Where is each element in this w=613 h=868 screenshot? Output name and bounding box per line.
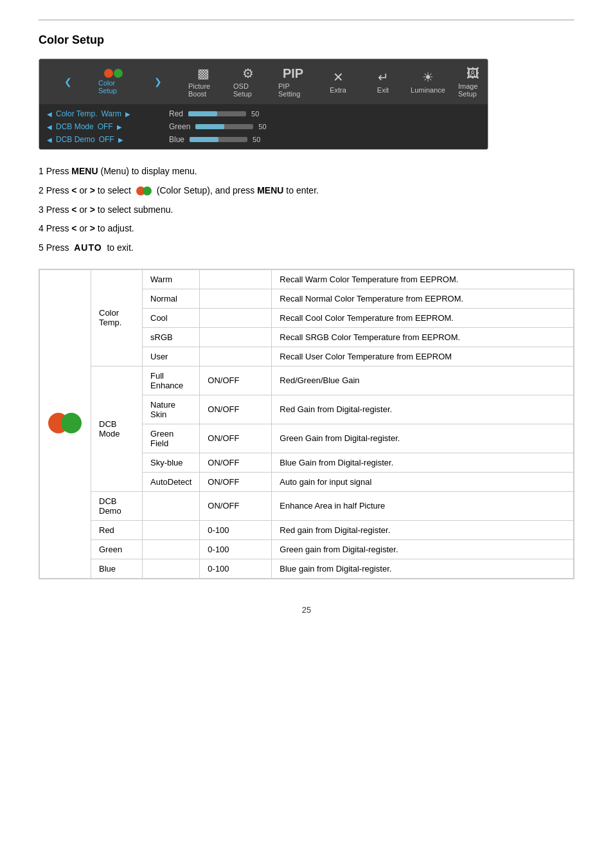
nav-item-image-setup[interactable]: 🖼 Image Setup — [450, 64, 488, 100]
sub-item-warm: Warm — [143, 269, 200, 289]
slider-track-red — [188, 111, 246, 116]
right-arrow-dcb-demo: ▶ — [118, 136, 123, 143]
osd-row-color-temp: ◀ Color Temp. Warm ▶ — [47, 109, 150, 118]
range-nature-skin: ON/OFF — [200, 395, 272, 424]
desc-full-enhance: Red/Green/Blue Gain — [272, 366, 574, 395]
picture-boost-icon: ▩ — [197, 66, 209, 81]
nav-label-exit: Exit — [377, 86, 389, 94]
instruction-2: 2 Press < or > to select (Color Setup), … — [39, 183, 574, 199]
desc-green: Green gain from Digital-register. — [272, 539, 574, 559]
main-table-wrapper: Color Temp. Warm Recall Warm Color Tempe… — [39, 269, 574, 579]
desc-sky-blue: Blue Gain from Digital-register. — [272, 453, 574, 472]
slider-label-red: Red — [169, 109, 183, 118]
range-sky-blue: ON/OFF — [200, 453, 272, 472]
category-dcb-demo: DCB Demo — [91, 491, 143, 520]
less-than-2: < — [71, 185, 76, 195]
slider-fill-blue — [190, 137, 218, 142]
table-icon-cell — [40, 269, 91, 578]
sub-item-red — [143, 520, 200, 539]
main-table: Color Temp. Warm Recall Warm Color Tempe… — [39, 269, 574, 579]
table-row: Red 0-100 Red gain from Digital-register… — [40, 520, 574, 539]
left-arrow-color-temp: ◀ — [47, 111, 52, 118]
color-dot-left — [104, 69, 113, 78]
left-arrow-dcb-demo: ◀ — [47, 136, 52, 143]
sub-item-srgb: sRGB — [143, 327, 200, 347]
sub-item-full-enhance: Full Enhance — [143, 366, 200, 395]
osd-menu: ❮ Color Setup ❯ ▩ Picture Boost ⚙ OSD Se… — [39, 59, 488, 150]
less-than-4: < — [71, 223, 76, 233]
nav-item-luminance[interactable]: ☀ Luminance — [405, 67, 450, 96]
osd-nav-bar: ❮ Color Setup ❯ ▩ Picture Boost ⚙ OSD Se… — [39, 59, 488, 104]
sub-item-nature-skin: Nature Skin — [143, 395, 200, 424]
nav-item-color-setup[interactable]: ❮ — [46, 74, 91, 89]
nav-item-pip-setting[interactable]: PIP PIP Setting — [271, 64, 315, 100]
pip-setting-icon: PIP — [283, 66, 303, 81]
nav-label-extra: Extra — [330, 86, 346, 94]
page-number: 25 — [39, 605, 574, 615]
slider-value-green: 50 — [258, 123, 272, 131]
slider-row-blue: Blue 50 — [169, 135, 272, 144]
nav-label-color-setup: Color Setup — [98, 79, 128, 95]
dcb-mode-label: DCB Mode — [56, 122, 94, 131]
table-row: DCB Demo ON/OFF Enhance Area in half Pic… — [40, 491, 574, 520]
right-arrow-color-temp: ▶ — [125, 111, 130, 118]
range-warm — [200, 269, 272, 289]
slider-fill-red — [188, 111, 217, 116]
slider-row-red: Red 50 — [169, 109, 272, 118]
osd-content: ◀ Color Temp. Warm ▶ ◀ DCB Mode OFF ▶ ◀ … — [39, 104, 488, 149]
slider-track-green — [195, 124, 253, 129]
range-user — [200, 347, 272, 366]
image-setup-icon: 🖼 — [466, 66, 479, 81]
sub-item-blue — [143, 559, 200, 578]
range-srgb — [200, 327, 272, 347]
color-dot-right — [114, 69, 123, 78]
instruction-3: 3 Press < or > to select submenu. — [39, 203, 574, 218]
desc-srgb: Recall SRGB Color Temperature from EEPRO… — [272, 327, 574, 347]
dcb-demo-value: OFF — [99, 135, 114, 144]
slider-value-blue: 50 — [253, 136, 267, 143]
page-title: Color Setup — [39, 33, 574, 47]
top-divider — [39, 19, 574, 21]
nav-item-extra[interactable]: ✕ Extra — [315, 67, 360, 96]
exit-icon: ↵ — [378, 69, 389, 85]
sub-item-sky-blue: Sky-blue — [143, 453, 200, 472]
table-row: Blue 0-100 Blue gain from Digital-regist… — [40, 559, 574, 578]
dcb-demo-label: DCB Demo — [56, 135, 95, 144]
nav-item-exit[interactable]: ↵ Exit — [360, 67, 405, 96]
range-green-field: ON/OFF — [200, 424, 272, 453]
category-green: Green — [91, 539, 143, 559]
sub-item-green — [143, 539, 200, 559]
nav-right-chevron: ❯ — [152, 77, 164, 87]
slider-value-red: 50 — [251, 110, 265, 118]
category-color-temp: Color Temp. — [91, 269, 143, 366]
nav-item-osd-setup[interactable]: ⚙ OSD Setup — [226, 63, 271, 100]
nav-item-picture-boost[interactable]: ▩ Picture Boost — [181, 63, 226, 100]
range-cool — [200, 308, 272, 327]
osd-left-column: ◀ Color Temp. Warm ▶ ◀ DCB Mode OFF ▶ ◀ … — [47, 109, 150, 144]
instruction-1: 1 Press MENU (Menu) to display menu. — [39, 164, 574, 179]
instruction-5: 5 Press AUTO to exit. — [39, 240, 574, 256]
osd-setup-icon: ⚙ — [242, 66, 254, 81]
color-setup-nav-icon — [104, 69, 123, 78]
color-setup-inline-icon — [136, 186, 152, 195]
table-icon-dot-green — [61, 413, 82, 433]
slider-label-green: Green — [169, 122, 190, 131]
instruction-4: 4 Press < or > to adjust. — [39, 221, 574, 237]
range-green: 0-100 — [200, 539, 272, 559]
range-dcb-demo: ON/OFF — [200, 491, 272, 520]
desc-autodetect: Auto gain for input signal — [272, 472, 574, 491]
nav-chevron-right: ❯ — [136, 74, 181, 89]
color-setup-table-icon — [48, 410, 83, 436]
osd-row-dcb-demo: ◀ DCB Demo OFF ▶ — [47, 135, 150, 144]
nav-label-pip-setting: PIP Setting — [278, 82, 308, 98]
desc-nature-skin: Red Gain from Digital-register. — [272, 395, 574, 424]
desc-green-field: Green Gain from Digital-register. — [272, 424, 574, 453]
nav-label-osd-setup: OSD Setup — [233, 82, 263, 98]
nav-item-color-setup-icon[interactable]: Color Setup — [91, 66, 136, 97]
range-autodetect: ON/OFF — [200, 472, 272, 491]
nav-label-picture-boost: Picture Boost — [188, 82, 218, 98]
color-temp-value: Warm — [101, 109, 121, 118]
greater-than-4: > — [90, 223, 95, 233]
sub-item-autodetect: AutoDetect — [143, 472, 200, 491]
range-full-enhance: ON/OFF — [200, 366, 272, 395]
